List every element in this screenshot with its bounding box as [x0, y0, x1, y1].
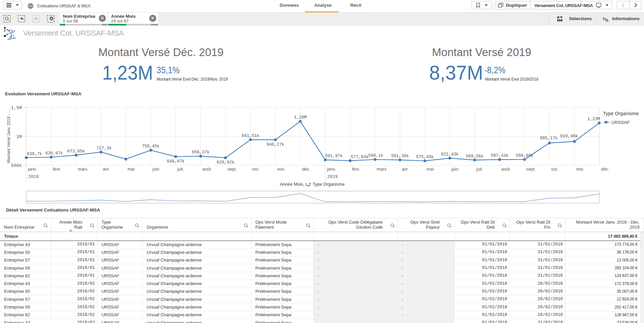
- svg-text:mars: mars: [78, 167, 87, 172]
- svg-text:500k: 500k: [11, 163, 22, 168]
- svg-text:B: B: [12, 34, 14, 37]
- svg-text:759,45k: 759,45k: [142, 144, 160, 149]
- svg-text:oct.: oct.: [551, 167, 558, 172]
- svg-text:597,43k: 597,43k: [491, 153, 509, 158]
- svg-text:Année Mois,: Année Mois,: [280, 182, 304, 187]
- svg-text:mai: mai: [128, 167, 135, 172]
- svg-text:juin: juin: [152, 167, 159, 172]
- svg-text:nov.: nov.: [576, 167, 584, 172]
- svg-text:juil.: juil.: [177, 167, 184, 172]
- svg-text:URSSAF: URSSAF: [611, 120, 630, 125]
- svg-text:598,89k: 598,89k: [516, 153, 533, 158]
- svg-text:janv.: janv.: [327, 167, 336, 172]
- svg-text:575,49k: 575,49k: [416, 155, 434, 159]
- svg-text:673,05k: 673,05k: [67, 149, 85, 154]
- svg-text:885,17k: 885,17k: [540, 136, 558, 141]
- svg-text:656,37k: 656,37k: [192, 150, 210, 155]
- svg-text:Type Organisme: Type Organisme: [313, 182, 345, 187]
- svg-text:2019: 2019: [327, 174, 338, 179]
- svg-text:599,1k: 599,1k: [368, 153, 383, 158]
- svg-text:648,07k: 648,07k: [167, 159, 185, 164]
- svg-text:727,3k: 727,3k: [96, 146, 112, 151]
- svg-text:août: août: [501, 167, 510, 172]
- svg-text:591,87k: 591,87k: [325, 154, 343, 158]
- svg-text:avr.: avr.: [103, 167, 110, 172]
- svg-text:589,56k: 589,56k: [466, 154, 484, 159]
- svg-text:févr.: févr.: [352, 167, 360, 172]
- svg-text:940,27k: 940,27k: [267, 142, 284, 147]
- svg-text:1M: 1M: [16, 134, 22, 139]
- svg-text:déc.: déc.: [601, 167, 609, 172]
- svg-text:1,5M: 1,5M: [11, 105, 22, 110]
- svg-text:juil.: juil.: [476, 167, 483, 172]
- svg-text:621,43k: 621,43k: [441, 152, 459, 157]
- svg-text:910,46k: 910,46k: [560, 134, 578, 139]
- svg-text:628,92k: 628,92k: [217, 160, 235, 165]
- svg-text:591,36k: 591,36k: [391, 154, 409, 158]
- svg-text:avr.: avr.: [402, 167, 409, 172]
- svg-text:1,26M: 1,26M: [294, 115, 307, 120]
- svg-text:577,63k: 577,63k: [351, 155, 369, 159]
- svg-text:déc.: déc.: [302, 167, 310, 172]
- svg-text:639,67k: 639,67k: [45, 151, 63, 156]
- svg-text:sept.: sept.: [227, 167, 237, 172]
- svg-text:mai: mai: [427, 167, 434, 172]
- svg-text:sept.: sept.: [526, 167, 536, 172]
- svg-text:941,51k: 941,51k: [242, 134, 259, 138]
- svg-text:août: août: [202, 167, 211, 172]
- svg-text:févr.: févr.: [53, 167, 61, 172]
- svg-text:2018: 2018: [28, 174, 39, 179]
- svg-text:oct.: oct.: [252, 167, 259, 172]
- svg-text:Montant Versé Janv. 2018 - ...: Montant Versé Janv. 2018 - ...: [6, 109, 11, 163]
- svg-text:nov.: nov.: [277, 167, 285, 172]
- svg-text:mars: mars: [377, 167, 387, 172]
- svg-text:Type Organisme: Type Organisme: [603, 111, 639, 116]
- svg-text:juin: juin: [451, 167, 458, 172]
- svg-text:1,23M: 1,23M: [587, 117, 600, 122]
- svg-text:630,7k: 630,7k: [27, 152, 42, 156]
- svg-text:janv.: janv.: [28, 167, 37, 172]
